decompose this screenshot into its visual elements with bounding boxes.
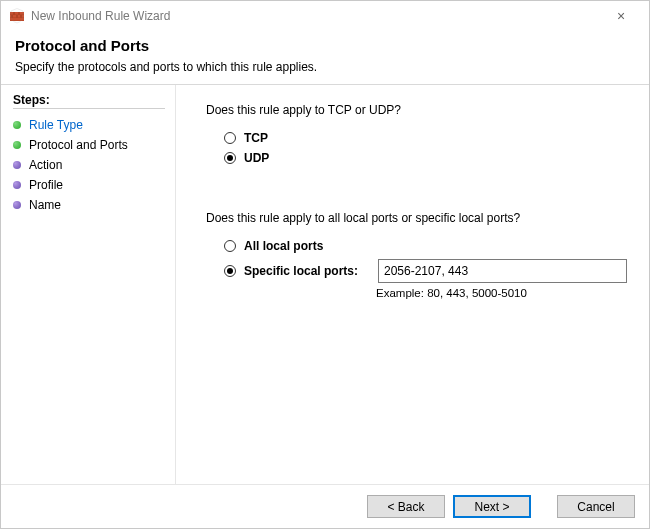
radio-udp[interactable]: UDP [224,151,627,165]
radio-label: UDP [244,151,269,165]
step-bullet-icon [13,181,21,189]
step-bullet-icon [13,121,21,129]
titlebar: New Inbound Rule Wizard × [1,1,649,31]
steps-heading-underline [13,108,165,109]
ports-section: Does this rule apply to all local ports … [206,211,627,299]
radio-all-local-ports[interactable]: All local ports [224,239,627,253]
step-label: Profile [29,178,63,192]
step-rule-type[interactable]: Rule Type [13,115,165,135]
step-bullet-icon [13,201,21,209]
step-label: Rule Type [29,118,83,132]
radio-icon [224,132,236,144]
close-icon[interactable]: × [601,9,641,23]
step-bullet-icon [13,141,21,149]
steps-sidebar: Steps: Rule Type Protocol and Ports Acti… [1,85,176,484]
ports-question: Does this rule apply to all local ports … [206,211,627,225]
radio-icon [224,152,236,164]
step-bullet-icon [13,161,21,169]
radio-label: TCP [244,131,268,145]
page-title: Protocol and Ports [15,37,635,54]
step-protocol-and-ports[interactable]: Protocol and Ports [13,135,165,155]
page-subtitle: Specify the protocols and ports to which… [15,60,635,74]
cancel-button[interactable]: Cancel [557,495,635,518]
firewall-icon [9,8,25,24]
radio-tcp[interactable]: TCP [224,131,627,145]
step-label: Name [29,198,61,212]
next-button[interactable]: Next > [453,495,531,518]
svg-rect-1 [10,12,24,15]
wizard-footer: < Back Next > Cancel [1,484,649,528]
protocol-question: Does this rule apply to TCP or UDP? [206,103,627,117]
radio-icon [224,265,236,277]
wizard-body: Steps: Rule Type Protocol and Ports Acti… [1,85,649,484]
back-button[interactable]: < Back [367,495,445,518]
step-label: Protocol and Ports [29,138,128,152]
wizard-header: Protocol and Ports Specify the protocols… [1,31,649,84]
wizard-window: New Inbound Rule Wizard × Protocol and P… [0,0,650,529]
svg-rect-3 [10,18,24,21]
radio-label: All local ports [244,239,323,253]
window-title: New Inbound Rule Wizard [31,9,601,23]
ports-example-text: Example: 80, 443, 5000-5010 [376,287,627,299]
step-label: Action [29,158,62,172]
specific-ports-input[interactable] [378,259,627,283]
step-action[interactable]: Action [13,155,165,175]
main-panel: Does this rule apply to TCP or UDP? TCP … [176,85,649,484]
radio-label: Specific local ports: [244,264,378,278]
radio-icon [224,240,236,252]
steps-heading: Steps: [13,93,165,107]
step-name[interactable]: Name [13,195,165,215]
radio-specific-local-ports[interactable]: Specific local ports: [224,259,627,283]
step-profile[interactable]: Profile [13,175,165,195]
